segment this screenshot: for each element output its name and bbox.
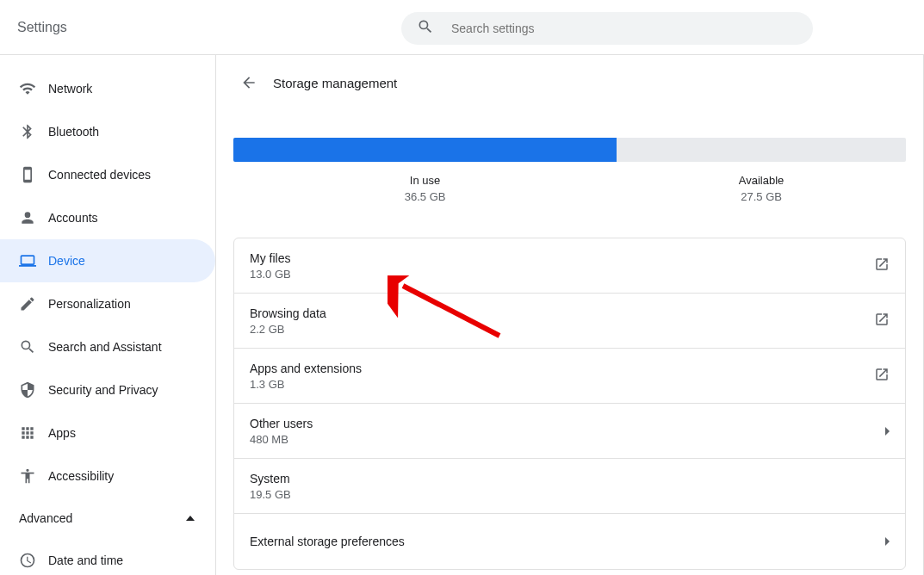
shield-icon xyxy=(19,381,48,399)
row-my-files[interactable]: My files 13.0 GB xyxy=(234,238,905,294)
row-label: System xyxy=(250,472,890,485)
sidebar-item-label: Search and Assistant xyxy=(48,340,162,354)
accessibility-icon xyxy=(19,467,48,485)
phone-icon xyxy=(19,166,48,183)
in-use-label: In use xyxy=(233,174,617,187)
available-value: 27.5 GB xyxy=(617,190,906,203)
row-label: External storage preferences xyxy=(250,535,885,548)
sidebar-item-connected-devices[interactable]: Connected devices xyxy=(0,153,215,196)
row-external-storage[interactable]: External storage preferences xyxy=(234,514,905,569)
topbar: Settings xyxy=(0,0,924,55)
row-label: Apps and extensions xyxy=(250,362,874,375)
available-label-block: Available 27.5 GB xyxy=(617,162,906,203)
search-icon xyxy=(19,338,48,356)
storage-bar-labels: In use 36.5 GB Available 27.5 GB xyxy=(233,162,906,203)
row-value: 1.3 GB xyxy=(250,378,874,391)
arrow-back-icon xyxy=(240,74,257,91)
available-label: Available xyxy=(617,174,906,187)
row-system: System 19.5 GB xyxy=(234,459,905,514)
sidebar-item-label: Network xyxy=(48,82,92,96)
storage-bar-fill xyxy=(233,138,617,162)
sidebar-item-label: Date and time xyxy=(48,553,123,567)
searchbox-wrap xyxy=(401,12,813,45)
sidebar-item-apps[interactable]: Apps xyxy=(0,411,215,454)
row-apps-extensions[interactable]: Apps and extensions 1.3 GB xyxy=(234,349,905,404)
chevron-right-icon xyxy=(885,427,890,436)
advanced-label: Advanced xyxy=(19,511,72,525)
row-label: Other users xyxy=(250,417,885,430)
app-title: Settings xyxy=(17,20,67,35)
sidebar-item-label: Accessibility xyxy=(48,469,114,483)
sidebar-advanced-toggle[interactable]: Advanced xyxy=(0,498,215,539)
sidebar-item-device[interactable]: Device xyxy=(0,239,215,282)
sidebar-item-label: Accounts xyxy=(48,211,98,225)
wifi-icon xyxy=(19,80,48,97)
apps-icon xyxy=(19,424,48,442)
back-button[interactable] xyxy=(233,74,264,91)
row-value: 19.5 GB xyxy=(250,488,890,501)
row-value: 2.2 GB xyxy=(250,323,874,336)
edit-icon xyxy=(19,295,48,312)
page-title: Storage management xyxy=(273,76,397,90)
sidebar-item-label: Connected devices xyxy=(48,168,151,182)
sidebar-item-security-privacy[interactable]: Security and Privacy xyxy=(0,368,215,411)
sidebar-item-personalization[interactable]: Personalization xyxy=(0,282,215,325)
sidebar-item-date-time[interactable]: Date and time xyxy=(0,539,215,575)
sidebar-item-label: Security and Privacy xyxy=(48,383,158,397)
clock-icon xyxy=(19,552,48,569)
search-input[interactable] xyxy=(451,22,797,35)
bluetooth-icon xyxy=(19,123,48,140)
search-icon xyxy=(417,18,434,39)
sidebar-item-accounts[interactable]: Accounts xyxy=(0,196,215,239)
main-panel: Storage management In use 36.5 GB Availa… xyxy=(215,55,924,575)
search-box[interactable] xyxy=(401,12,813,45)
chevron-up-icon xyxy=(186,516,195,521)
sidebar: Network Bluetooth Connected devices Acco… xyxy=(0,55,215,575)
content: Network Bluetooth Connected devices Acco… xyxy=(0,55,924,575)
row-label: Browsing data xyxy=(250,306,874,320)
page-header: Storage management xyxy=(233,59,906,107)
sidebar-item-label: Device xyxy=(48,254,85,268)
sidebar-item-label: Bluetooth xyxy=(48,125,99,139)
launch-icon[interactable] xyxy=(874,257,890,275)
row-value: 13.0 GB xyxy=(250,268,874,281)
storage-list: My files 13.0 GB Browsing data 2.2 GB xyxy=(233,238,906,570)
sidebar-item-accessibility[interactable]: Accessibility xyxy=(0,454,215,498)
row-browsing-data[interactable]: Browsing data 2.2 GB xyxy=(234,294,905,349)
sidebar-item-label: Personalization xyxy=(48,297,131,311)
storage-usage: In use 36.5 GB Available 27.5 GB xyxy=(233,138,906,203)
sidebar-item-label: Apps xyxy=(48,426,76,440)
storage-bar xyxy=(233,138,906,162)
laptop-icon xyxy=(19,252,48,269)
chevron-right-icon xyxy=(885,537,890,546)
row-label: My files xyxy=(250,251,874,265)
sidebar-item-search-assistant[interactable]: Search and Assistant xyxy=(0,325,215,368)
sidebar-item-network[interactable]: Network xyxy=(0,67,215,110)
row-value: 480 MB xyxy=(250,433,885,446)
in-use-value: 36.5 GB xyxy=(233,190,617,203)
in-use-label-block: In use 36.5 GB xyxy=(233,162,617,203)
sidebar-item-bluetooth[interactable]: Bluetooth xyxy=(0,110,215,153)
launch-icon[interactable] xyxy=(874,367,890,386)
row-other-users[interactable]: Other users 480 MB xyxy=(234,404,905,459)
person-icon xyxy=(19,209,48,226)
launch-icon[interactable] xyxy=(874,312,890,331)
